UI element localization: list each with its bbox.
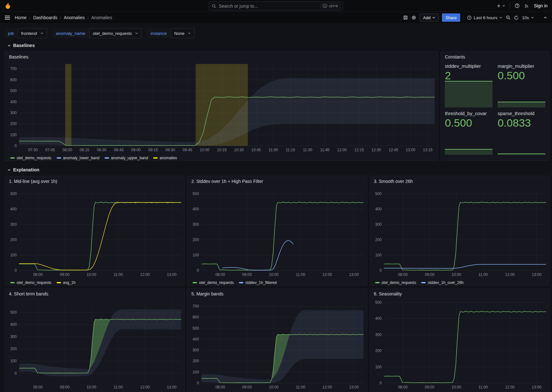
legend-swatch: [10, 282, 15, 283]
svg-text:100: 100: [10, 253, 17, 257]
svg-text:13:00: 13:00: [349, 385, 359, 389]
svg-text:300: 300: [193, 348, 199, 352]
breadcrumb-home[interactable]: Home: [15, 15, 27, 20]
svg-text:10:00: 10:00: [269, 385, 279, 389]
legend-item[interactable]: anomaly_lower_band: [57, 154, 99, 161]
svg-text:09:00: 09:00: [60, 272, 69, 277]
stat-sparkline: [498, 153, 545, 155]
variable-instance-label[interactable]: instance: [147, 28, 170, 38]
panel-title[interactable]: 1. Mid-line (avg over 1h): [5, 176, 184, 186]
chart-legend: otel_demo_requestsavg_1h: [5, 278, 184, 286]
menu-icon[interactable]: [4, 15, 10, 20]
variable-anomaly-name-label[interactable]: anomaly_name: [53, 28, 89, 38]
legend-item[interactable]: otel_demo_requests: [10, 279, 51, 286]
svg-text:07:45: 07:45: [45, 148, 55, 152]
section-baselines[interactable]: Baselines: [7, 42, 549, 49]
breadcrumb-dashboards[interactable]: Dashboards: [33, 15, 58, 20]
save-dashboard-icon[interactable]: [403, 15, 408, 20]
collapse-toolbar-icon[interactable]: [543, 15, 548, 20]
svg-text:200: 200: [10, 122, 17, 126]
panel-title[interactable]: 4. Short term bands: [5, 289, 184, 298]
stat-sparkline: [498, 102, 545, 107]
svg-text:08:00: 08:00: [398, 272, 407, 277]
svg-text:12:00: 12:00: [140, 272, 150, 277]
legend-item[interactable]: stddev_1h_filtered: [239, 279, 277, 286]
svg-text:10:15: 10:15: [217, 148, 226, 152]
legend-item[interactable]: otel_demo_requests: [10, 154, 51, 161]
panel-title[interactable]: Constants: [441, 52, 549, 61]
variable-anomaly-name-value[interactable]: otel_demo_requests: [89, 28, 142, 38]
svg-text:0: 0: [379, 381, 382, 385]
svg-text:09:15: 09:15: [148, 148, 158, 152]
panel-title[interactable]: 5. Margin bands: [187, 289, 367, 298]
section-explanation[interactable]: Explanation: [7, 167, 549, 173]
svg-text:10:00: 10:00: [200, 148, 209, 152]
search-input[interactable]: Search or jump to... ctrl+k: [209, 1, 343, 11]
breadcrumb-separator: ›: [87, 15, 89, 20]
variable-job-label[interactable]: job: [5, 28, 17, 38]
svg-text:300: 300: [375, 333, 382, 337]
stat-value: 0.500: [445, 117, 493, 129]
legend-swatch: [10, 157, 15, 159]
svg-text:13:00: 13:00: [167, 272, 177, 277]
sign-in-button[interactable]: Sign in: [534, 3, 548, 8]
svg-text:09:00: 09:00: [131, 148, 141, 152]
chevron-down-icon: [7, 168, 11, 172]
variable-job-value[interactable]: frontend: [18, 28, 47, 38]
panel-smooth-26h: 3. Smooth over 26h 010020030040050008:00…: [370, 176, 549, 286]
legend-label: stddev_1h_over_26h: [428, 280, 463, 285]
refresh-interval-picker[interactable]: 10s: [522, 15, 534, 20]
refresh-icon[interactable]: [514, 15, 519, 20]
legend-swatch: [57, 282, 61, 283]
variable-instance-selected: None: [174, 31, 185, 36]
add-panel-button[interactable]: Add: [420, 13, 439, 22]
legend-item[interactable]: anomalies: [153, 154, 177, 161]
help-icon[interactable]: [515, 3, 520, 8]
panel-title[interactable]: 2. Stddev over 1h + High Pass Filter: [187, 176, 367, 186]
svg-text:0: 0: [14, 371, 17, 376]
time-range-picker[interactable]: Last 6 hours: [467, 15, 502, 20]
share-button[interactable]: Share: [442, 13, 460, 22]
svg-text:13:00: 13:00: [349, 272, 359, 277]
panel-title[interactable]: Baselines: [5, 52, 438, 61]
svg-text:09:30: 09:30: [165, 148, 175, 152]
svg-text:500: 500: [10, 310, 17, 315]
panel-title[interactable]: 3. Smooth over 26h: [370, 176, 549, 186]
svg-text:09:00: 09:00: [60, 385, 69, 389]
variable-anomaly-name-selected: otel_demo_requests: [93, 31, 132, 36]
chevron-down-icon: [7, 44, 11, 47]
legend-item[interactable]: avg_1h: [57, 279, 75, 286]
grafana-logo[interactable]: [4, 2, 11, 10]
dashboard-settings-icon[interactable]: [411, 15, 416, 20]
zoom-out-icon[interactable]: [506, 15, 511, 20]
chevron-down-icon: [531, 16, 534, 19]
news-icon[interactable]: [524, 3, 529, 8]
svg-text:500: 500: [10, 89, 17, 93]
legend-label: otel_demo_requests: [199, 280, 234, 285]
legend-item[interactable]: otel_demo_requests: [375, 279, 416, 286]
legend-item[interactable]: otel_demo_requests: [193, 279, 234, 286]
svg-text:11:00: 11:00: [114, 272, 123, 277]
svg-text:09:45: 09:45: [183, 148, 192, 152]
template-variables: job frontend anomaly_name otel_demo_requ…: [5, 28, 549, 38]
svg-text:11:00: 11:00: [296, 385, 305, 389]
panel-margin-bands: 5. Margin bands 010020030040050060070008…: [187, 288, 367, 392]
svg-text:0: 0: [14, 144, 17, 148]
breadcrumb-anomalies[interactable]: Anomalies: [64, 15, 85, 20]
add-menu-button[interactable]: [496, 4, 505, 8]
svg-text:07:30: 07:30: [28, 148, 38, 152]
svg-text:08:00: 08:00: [398, 385, 407, 389]
variable-instance-value[interactable]: None: [171, 28, 194, 38]
svg-text:11:15: 11:15: [286, 148, 295, 152]
chart-legend: otel_demo_requests: [370, 391, 549, 392]
section-explanation-label: Explanation: [13, 167, 39, 172]
svg-text:11:00: 11:00: [478, 272, 488, 277]
legend-item[interactable]: stddev_1h_over_26h: [421, 279, 463, 286]
chevron-down-icon: [432, 16, 435, 19]
legend-item[interactable]: anomaly_upper_band: [105, 154, 148, 161]
legend-label: anomalies: [160, 156, 177, 160]
svg-text:12:00: 12:00: [505, 385, 515, 389]
svg-text:08:30: 08:30: [97, 148, 106, 152]
chevron-down-icon: [135, 32, 138, 35]
panel-title[interactable]: 6. Seasonality: [370, 289, 549, 298]
